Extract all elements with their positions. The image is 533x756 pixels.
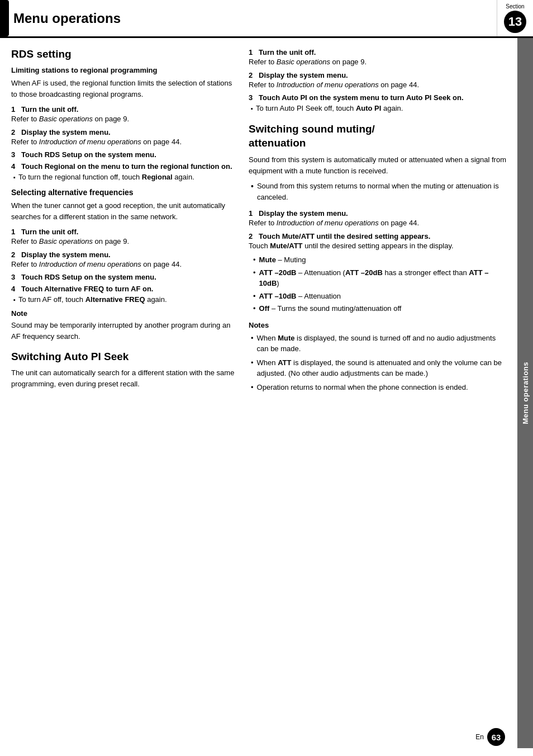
af-step3-title: 3 Touch RDS Setup on the system menu.: [11, 273, 237, 281]
af-step4-title: 4 Touch Alternative FREQ to turn AF on.: [11, 285, 237, 293]
rds-step4-bullet: ▪ To turn the regional function off, tou…: [11, 173, 237, 181]
muting-bullet-att10: • ATT –10dB – Attenuation: [252, 291, 508, 302]
limiting-subheading: Limiting stations to regional programmin…: [11, 66, 237, 74]
page-header: Menu operations Section 13: [0, 0, 533, 38]
api-step2-title: 2 Display the system menu.: [249, 71, 508, 79]
rds-step2-body: Refer to Introduction of menu operations…: [11, 136, 237, 148]
muting-heading: Switching sound muting/attenuation: [249, 122, 508, 150]
page-footer: En 63: [475, 728, 505, 746]
alt-freq-body: When the tuner cannot get a good recepti…: [11, 200, 237, 222]
rds-step2: 2 Display the system menu. Refer to Intr…: [11, 128, 237, 148]
af-note-body: Sound may be temporarily interrupted by …: [11, 320, 237, 342]
right-sidebar: Menu operations: [517, 38, 533, 748]
muting-bullet-att20: • ATT –20dB – Attenuation (ATT –20dB has…: [252, 267, 508, 289]
rds-setting-heading: RDS setting: [11, 48, 237, 60]
muting-step2-title: 2 Touch Mute/ATT until the desired setti…: [249, 232, 508, 240]
note2: • When ATT is displayed, the sound is at…: [251, 357, 508, 379]
af-step1: 1 Turn the unit off. Refer to Basic oper…: [11, 228, 237, 247]
section-label: Section: [506, 3, 524, 10]
rds-step4: 4 Touch Regional on the menu to turn the…: [11, 162, 237, 171]
header-title-wrap: Menu operations: [13, 0, 497, 36]
rds-step1-title: 1 Turn the unit off.: [11, 105, 237, 114]
api-bullet-icon: ▪: [251, 105, 253, 112]
note1: • When Mute is displayed, the sound is t…: [251, 333, 508, 355]
af-step1-body: Refer to Basic operations on page 9.: [11, 236, 237, 247]
muting-bullet-mute: • Mute – Muting: [252, 254, 508, 266]
muting-step1-title: 1 Display the system menu.: [249, 209, 508, 218]
api-bullet-text: To turn Auto PI Seek off, touch Auto PI …: [256, 104, 403, 112]
auto-pi-body: The unit can automatically search for a …: [11, 367, 237, 389]
af-note-label: Note: [11, 309, 237, 318]
af-step2: 2 Display the system menu. Refer to Intr…: [11, 251, 237, 270]
section-number: 13: [504, 11, 526, 33]
af-step3: 3 Touch RDS Setup on the system menu.: [11, 273, 237, 281]
af-step2-body: Refer to Introduction of menu operations…: [11, 259, 237, 270]
left-column: RDS setting Limiting stations to regiona…: [11, 48, 237, 726]
header-black-stripe: [0, 0, 9, 36]
muting-bullet1: • Sound from this system returns to norm…: [249, 181, 508, 202]
page-title: Menu operations: [13, 11, 121, 26]
af-step4-bullet: ▪ To turn AF off, touch Alternative FREQ…: [11, 295, 237, 304]
footer-page-number: 63: [487, 728, 505, 746]
af-step1-title: 1 Turn the unit off.: [11, 228, 237, 236]
rds-step3: 3 Touch RDS Setup on the system menu.: [11, 150, 237, 159]
section-box: Section 13: [497, 0, 533, 36]
api-step1-title: 1 Turn the unit off.: [249, 48, 508, 56]
notes-list: • When Mute is displayed, the sound is t…: [251, 333, 508, 393]
muting-bullet-mute-text: Mute – Muting: [259, 254, 306, 266]
af-step4-bullet-text: To turn AF off, touch Alternative FREQ a…: [18, 295, 167, 304]
page-wrapper: RDS setting Limiting stations to regiona…: [0, 38, 533, 748]
af-step4: 4 Touch Alternative FREQ to turn AF on.: [11, 285, 237, 293]
muting-bullet-off-text: Off – Turns the sound muting/attenuation…: [259, 303, 402, 314]
api-step3: 3 Touch Auto PI on the system menu to tu…: [249, 93, 508, 102]
alt-freq-heading: Selecting alternative frequencies: [11, 188, 237, 197]
note3-text: Operation returns to normal when the pho…: [257, 382, 468, 393]
note2-text: When ATT is displayed, the sound is atte…: [257, 357, 508, 379]
auto-pi-heading: Switching Auto PI Seek: [11, 351, 237, 363]
rds-step4-bullet-text: To turn the regional function off, touch…: [18, 173, 194, 181]
rds-step1-body: Refer to Basic operations on page 9.: [11, 114, 237, 125]
muting-body: Sound from this system is automatically …: [249, 154, 508, 176]
bullet-icon: ▪: [13, 174, 16, 181]
muting-step1-body: Refer to Introduction of menu operations…: [249, 218, 508, 229]
api-step2-body: Refer to Introduction of menu operations…: [249, 79, 508, 91]
rds-step1: 1 Turn the unit off. Refer to Basic oper…: [11, 105, 237, 125]
muting-round-bullet: •: [251, 181, 254, 192]
muting-step2: 2 Touch Mute/ATT until the desired setti…: [249, 232, 508, 252]
api-step1: 1 Turn the unit off. Refer to Basic oper…: [249, 48, 508, 68]
af-step2-title: 2 Display the system menu.: [11, 251, 237, 259]
muting-bullet1-text: Sound from this system returns to normal…: [257, 181, 508, 202]
note3: • Operation returns to normal when the p…: [251, 382, 508, 393]
sidebar-label: Menu operations: [521, 362, 530, 424]
rds-step4-title: 4 Touch Regional on the menu to turn the…: [11, 162, 237, 171]
notes-label: Notes: [249, 321, 508, 329]
footer-en: En: [475, 733, 484, 741]
muting-bullet-att20-text: ATT –20dB – Attenuation (ATT –20dB has a…: [259, 267, 508, 289]
muting-bullet-att10-text: ATT –10dB – Attenuation: [259, 291, 341, 302]
api-step3-title: 3 Touch Auto PI on the system menu to tu…: [249, 93, 508, 102]
muting-bullet-off: • Off – Turns the sound muting/attenuati…: [252, 303, 508, 314]
api-step1-body: Refer to Basic operations on page 9.: [249, 56, 508, 68]
muting-step1: 1 Display the system menu. Refer to Intr…: [249, 209, 508, 229]
rds-step3-title: 3 Touch RDS Setup on the system menu.: [11, 150, 237, 159]
note1-text: When Mute is displayed, the sound is tur…: [257, 333, 508, 355]
muting-bullets: • Mute – Muting • ATT –20dB – Attenuatio…: [252, 254, 508, 314]
api-bullet: ▪ To turn Auto PI Seek off, touch Auto P…: [249, 104, 508, 112]
rds-step2-title: 2 Display the system menu.: [11, 128, 237, 136]
right-column: 1 Turn the unit off. Refer to Basic oper…: [249, 48, 508, 726]
muting-step2-body: Touch Mute/ATT until the desired setting…: [249, 240, 508, 252]
api-step2: 2 Display the system menu. Refer to Intr…: [249, 71, 508, 91]
af-bullet-icon: ▪: [13, 296, 16, 303]
main-content: RDS setting Limiting stations to regiona…: [0, 38, 517, 748]
limiting-body: When AF is used, the regional function l…: [11, 78, 237, 100]
